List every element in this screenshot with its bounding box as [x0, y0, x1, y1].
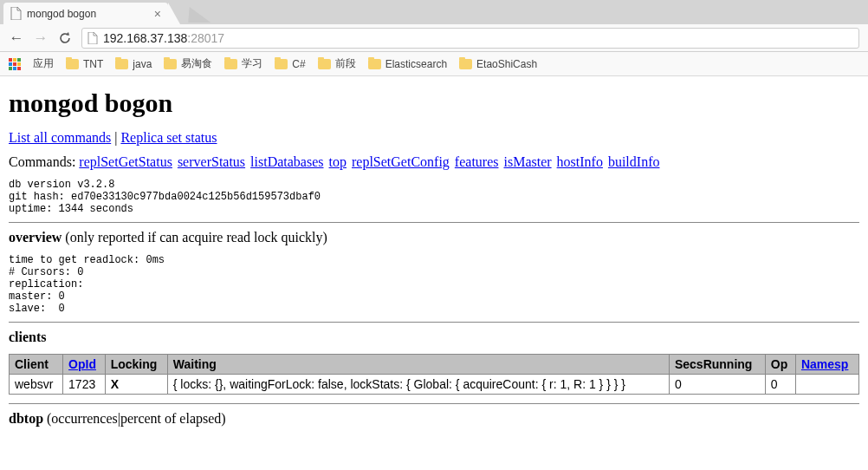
commands-row: Commands: replSetGetStatus serverStatus … [9, 154, 859, 170]
toolbar: ← → 192.168.37.138:28017 [0, 24, 868, 52]
folder-icon [318, 59, 331, 69]
url-host: 192.168.37.138 [103, 31, 187, 45]
th-locking: Locking [105, 355, 167, 375]
dbtop-subtitle: (occurrences|percent of elapsed) [43, 411, 226, 426]
cell-op: 0 [765, 375, 795, 395]
overview-title: overview [9, 230, 62, 245]
cmd-link[interactable]: hostInfo [557, 154, 603, 169]
cmd-link[interactable]: top [329, 154, 347, 169]
cmd-link[interactable]: replSetGetConfig [352, 154, 450, 169]
overview-subtitle: (only reported if can acquire read lock … [62, 230, 327, 245]
folder-icon [66, 59, 79, 69]
page-title: mongod bogon [9, 88, 859, 118]
bookmarks-bar: 应用 TNT java 易淘食 学习 C# 前段 Elasticsearch E… [0, 52, 868, 76]
th-op: Op [765, 355, 795, 375]
clients-title: clients [9, 330, 47, 344]
forward-button[interactable]: → [33, 29, 49, 47]
replica-set-status-link[interactable]: Replica set status [120, 130, 217, 145]
folder-icon [459, 59, 472, 69]
cmd-link[interactable]: listDatabases [250, 154, 323, 169]
tab-title: mongod bogon [27, 8, 154, 20]
th-waiting: Waiting [167, 355, 669, 375]
reload-button[interactable] [57, 31, 73, 45]
close-icon[interactable]: × [154, 8, 161, 20]
tab-edge [168, 3, 180, 24]
divider [9, 222, 859, 223]
clients-heading: clients [9, 330, 859, 345]
divider [9, 403, 859, 404]
cell-namespace [795, 375, 858, 395]
th-namespace: Namesp [795, 355, 858, 375]
divider [9, 322, 859, 323]
top-links: List all commands | Replica set status [9, 130, 859, 146]
site-icon [87, 32, 98, 44]
th-opid: OpId [63, 355, 106, 375]
cmd-link[interactable]: features [455, 154, 499, 169]
cell-locking: X [105, 375, 167, 395]
folder-icon [164, 59, 177, 69]
bookmark-apps-label[interactable]: 应用 [33, 56, 54, 71]
opid-sort-link[interactable]: OpId [68, 357, 96, 371]
folder-icon [224, 59, 237, 69]
cmd-link[interactable]: replSetGetStatus [79, 154, 172, 169]
url-port: :28017 [187, 31, 224, 45]
bookmark-item[interactable]: TNT [66, 58, 103, 70]
folder-icon [368, 59, 381, 69]
cell-secs: 0 [669, 375, 765, 395]
bookmark-item[interactable]: 前段 [318, 56, 356, 71]
cmd-link[interactable]: buildInfo [608, 154, 660, 169]
bookmark-item[interactable]: java [115, 58, 152, 70]
cell-waiting: { locks: {}, waitingForLock: false, lock… [167, 375, 669, 395]
back-button[interactable]: ← [9, 29, 24, 47]
th-client: Client [10, 355, 63, 375]
table-header-row: Client OpId Locking Waiting SecsRunning … [10, 355, 859, 375]
browser-tab[interactable]: mongod bogon × [3, 3, 168, 24]
bookmark-item[interactable]: 学习 [224, 56, 262, 71]
cell-client: websvr [10, 375, 63, 395]
folder-icon [275, 59, 288, 69]
apps-icon[interactable] [9, 58, 21, 70]
version-info: db version v3.2.8 git hash: ed70e33130c9… [9, 179, 859, 215]
folder-icon [115, 59, 128, 69]
new-tab-button[interactable] [183, 7, 211, 23]
namespace-sort-link[interactable]: Namesp [801, 357, 848, 371]
page-icon [10, 7, 22, 20]
cell-opid: 1723 [63, 375, 106, 395]
dbtop-heading: dbtop (occurrences|percent of elapsed) [9, 411, 859, 427]
separator: | [111, 130, 120, 145]
address-bar[interactable]: 192.168.37.138:28017 [81, 28, 859, 49]
overview-heading: overview (only reported if can acquire r… [9, 230, 859, 245]
bookmark-item[interactable]: Elasticsearch [368, 58, 447, 70]
cmd-link[interactable]: isMaster [503, 154, 551, 169]
bookmark-item[interactable]: 易淘食 [164, 56, 212, 71]
list-all-commands-link[interactable]: List all commands [9, 130, 111, 145]
cmd-link[interactable]: serverStatus [178, 154, 245, 169]
clients-table: Client OpId Locking Waiting SecsRunning … [9, 354, 859, 395]
bookmark-item[interactable]: C# [275, 58, 305, 70]
th-secs: SecsRunning [669, 355, 765, 375]
page-content: mongod bogon List all commands | Replica… [0, 76, 868, 444]
overview-block: time to get readlock: 0ms # Cursors: 0 r… [9, 254, 859, 315]
table-row: websvr 1723 X { locks: {}, waitingForLoc… [10, 375, 859, 395]
tab-strip: mongod bogon × [0, 0, 868, 24]
bookmark-item[interactable]: EtaoShiCash [459, 58, 537, 70]
commands-label: Commands: [9, 154, 79, 169]
dbtop-title: dbtop [9, 411, 43, 426]
